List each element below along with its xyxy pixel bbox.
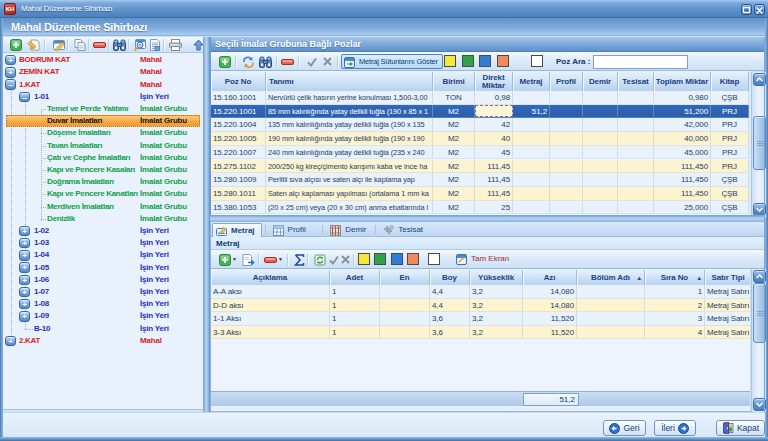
column-header[interactable]: Açıklama bbox=[211, 270, 330, 285]
grid-cell[interactable] bbox=[618, 146, 654, 159]
delete-drop-icon[interactable] bbox=[263, 253, 278, 267]
grid-cell[interactable] bbox=[550, 118, 583, 131]
grid-cell[interactable]: 1 bbox=[330, 285, 380, 298]
grid-cell[interactable] bbox=[618, 132, 654, 145]
tree-item[interactable]: Denizlikİmalat Grubu bbox=[3, 213, 203, 225]
grid-cell[interactable]: 42,000 bbox=[654, 118, 711, 131]
expand-icon[interactable]: + bbox=[19, 226, 30, 237]
grid-cell[interactable] bbox=[583, 160, 618, 173]
column-header[interactable]: Profil bbox=[550, 72, 583, 91]
grid-cell[interactable]: 14,080 bbox=[523, 285, 577, 298]
grid-cell[interactable]: 3-3 Aksı bbox=[211, 326, 330, 339]
grid-cell[interactable]: M2 bbox=[433, 132, 475, 145]
grid-cell[interactable]: 45 bbox=[475, 146, 513, 159]
column-header[interactable]: Demir bbox=[583, 72, 618, 91]
tree-item[interactable]: +1-09İşin Yeri bbox=[3, 310, 203, 322]
grid-cell[interactable] bbox=[618, 105, 654, 118]
tree-item-label[interactable]: 1-07 bbox=[34, 286, 49, 298]
grid-cell[interactable]: PRJ bbox=[711, 105, 749, 118]
grid-cell[interactable] bbox=[513, 173, 550, 186]
legend-color-swatch[interactable] bbox=[358, 253, 370, 265]
tree-item[interactable]: Temel ve Perde Yalıtımıİmalat Grubu bbox=[3, 103, 203, 115]
grid-cell[interactable] bbox=[583, 187, 618, 200]
grid-cell[interactable] bbox=[513, 118, 550, 131]
grid-cell[interactable]: 1 bbox=[645, 285, 705, 298]
grid-cell[interactable]: 15.220.1004 bbox=[211, 118, 266, 131]
grid-cell[interactable]: ÇŞB bbox=[711, 91, 749, 104]
grid-cell[interactable] bbox=[380, 326, 430, 339]
tree-item-label[interactable]: 2.KAT bbox=[19, 335, 40, 347]
grid-cell[interactable]: 135 mm kalınlığında yatay delikli tuğla … bbox=[266, 118, 433, 131]
tree-item-label[interactable]: Çatı ve Cephe İmalatları bbox=[47, 152, 130, 164]
add-icon[interactable] bbox=[217, 55, 232, 69]
tab-profil[interactable]: Profil bbox=[270, 223, 312, 237]
grid-cell[interactable]: 40,000 bbox=[654, 132, 711, 145]
grid-cell[interactable]: ÇŞB bbox=[711, 173, 749, 186]
grid-cell[interactable]: M2 bbox=[433, 118, 475, 131]
expand-icon[interactable]: + bbox=[5, 336, 16, 347]
grid-cell[interactable]: 4,4 bbox=[430, 299, 470, 312]
cancel-icon[interactable] bbox=[338, 253, 353, 267]
grid-cell[interactable]: 111,450 bbox=[654, 160, 711, 173]
grid-cell[interactable]: 4 bbox=[645, 326, 705, 339]
grid-cell[interactable]: TON bbox=[433, 91, 475, 104]
check-icon[interactable] bbox=[304, 55, 319, 69]
grid-cell[interactable]: 111,45 bbox=[475, 173, 513, 186]
grid-cell[interactable]: 15.280.1011 bbox=[211, 187, 266, 200]
grid-cell[interactable]: 15.275.1102 bbox=[211, 160, 266, 173]
tree-item-label[interactable]: Tavan İmalatları bbox=[47, 140, 102, 152]
close-wizard-button[interactable]: Kapat bbox=[716, 420, 765, 436]
grid-row[interactable]: 15.220.1004135 mm kalınlığında yatay del… bbox=[211, 118, 749, 132]
column-header[interactable]: Tanımı bbox=[266, 72, 433, 91]
pozlar-grid[interactable]: 15.160.1001Nervürlü çelik hasırın yerine… bbox=[211, 91, 749, 215]
grid-cell[interactable]: M2 bbox=[433, 160, 475, 173]
expand-icon[interactable]: + bbox=[19, 275, 30, 286]
grid-cell[interactable]: 240 mm kalınlığında yatay delikli tuğla … bbox=[266, 146, 433, 159]
legend-color-swatch[interactable] bbox=[407, 253, 419, 265]
grid-cell[interactable]: 3,2 bbox=[470, 312, 523, 325]
tree-item-label[interactable]: 1-01 bbox=[34, 91, 49, 103]
tree-item[interactable]: +1-08İşin Yeri bbox=[3, 298, 203, 310]
collapse-icon[interactable]: – bbox=[5, 79, 16, 90]
column-header[interactable]: En bbox=[380, 270, 430, 285]
expand-icon[interactable]: + bbox=[19, 262, 30, 273]
tree-item[interactable]: +1-02İşin Yeri bbox=[3, 225, 203, 237]
grid-cell[interactable]: 0,98 bbox=[475, 91, 513, 104]
next-button[interactable]: İleri bbox=[654, 420, 696, 436]
tree-item-label[interactable]: 1-09 bbox=[34, 310, 49, 322]
grid-cell[interactable] bbox=[513, 132, 550, 145]
grid-row[interactable]: 15.275.1102200/250 kg kireç/çimento karı… bbox=[211, 160, 749, 174]
grid-cell[interactable]: M2 bbox=[433, 201, 475, 214]
tab-demir[interactable]: Demir bbox=[327, 223, 372, 237]
expand-icon[interactable]: + bbox=[19, 287, 30, 298]
grid-cell[interactable]: 11,520 bbox=[523, 312, 577, 325]
tab-metraj[interactable]: Metraj bbox=[212, 223, 262, 237]
legend-color-swatch[interactable] bbox=[479, 55, 491, 67]
find-icon[interactable] bbox=[112, 38, 127, 52]
grid-cell[interactable] bbox=[550, 187, 583, 200]
tree-item[interactable]: +BODRUM KATMahal bbox=[3, 54, 203, 66]
expand-icon[interactable]: + bbox=[5, 67, 16, 78]
active-edit-cell[interactable] bbox=[475, 105, 513, 118]
tree-item-label[interactable]: 1-05 bbox=[34, 262, 49, 274]
grid-cell[interactable] bbox=[618, 160, 654, 173]
title-bar[interactable]: KH Mahal Düzenleme Sihirbazı bbox=[0, 0, 768, 18]
grid-row[interactable]: 1-1 Aksı13,63,211,5203Metraj Satırı bbox=[211, 312, 750, 326]
grid-cell[interactable] bbox=[577, 326, 645, 339]
grid-cell[interactable] bbox=[550, 160, 583, 173]
column-header[interactable]: Bölüm Adı▲ bbox=[577, 270, 645, 285]
add-drop-icon[interactable] bbox=[217, 253, 232, 267]
tree-item[interactable]: –1-01İşin Yeri bbox=[3, 91, 203, 103]
grid-cell[interactable]: 190 mm kalınlığında yatay delikli tuğla … bbox=[266, 132, 433, 145]
tree-item[interactable]: +1-06İşin Yeri bbox=[3, 274, 203, 286]
grid-cell[interactable] bbox=[583, 105, 618, 118]
tree-item[interactable]: B-10İşin Yeri bbox=[3, 323, 203, 335]
grid-cell[interactable]: 0,980 bbox=[654, 91, 711, 104]
report-icon[interactable] bbox=[147, 38, 162, 52]
tree-item-label[interactable]: Merdiven İmalatları bbox=[47, 201, 114, 213]
expand-icon[interactable]: + bbox=[19, 238, 30, 249]
grid-cell[interactable]: 42 bbox=[475, 118, 513, 131]
fullscreen-button[interactable]: Tam Ekran bbox=[455, 252, 513, 267]
grid-row[interactable]: 15.220.1007240 mm kalınlığında yatay del… bbox=[211, 146, 749, 160]
poz-search-input[interactable] bbox=[593, 55, 688, 69]
